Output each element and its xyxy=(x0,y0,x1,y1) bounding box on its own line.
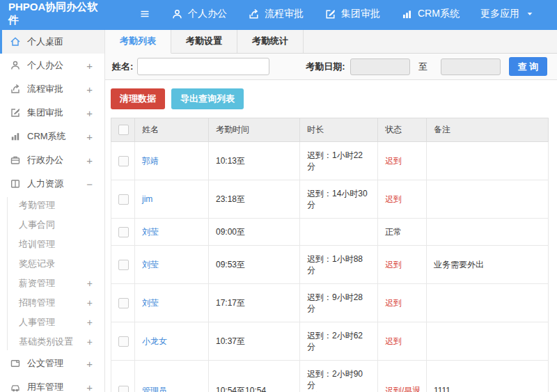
workflow-icon xyxy=(10,84,21,95)
expand-icon[interactable]: + xyxy=(86,155,93,166)
name-cell: 管理员 xyxy=(135,361,209,392)
sidebar-item-personal-desktop[interactable]: 个人桌面 xyxy=(0,30,104,54)
column-header: 姓名 xyxy=(135,118,209,142)
employee-name-link[interactable]: 小龙女 xyxy=(142,336,167,346)
sidebar-item-vehicle-management[interactable]: 用车管理+ xyxy=(0,375,104,392)
sidebar-subitem-salary-management[interactable]: 薪资管理+ xyxy=(0,274,104,293)
sidebar-subitem-training-management[interactable]: 培训管理 xyxy=(0,235,104,254)
expand-icon[interactable]: + xyxy=(87,313,93,332)
expand-icon[interactable]: + xyxy=(86,382,93,392)
expand-icon[interactable]: + xyxy=(86,358,93,370)
note-cell: 业务需要外出 xyxy=(427,246,549,284)
name-label: 姓名: xyxy=(112,61,133,73)
column-header: 考勤时间 xyxy=(209,118,300,142)
employee-name-link[interactable]: 郭靖 xyxy=(142,156,159,166)
sidebar-item-crm-system[interactable]: CRM系统+ xyxy=(0,125,104,148)
sidebar-item-group-approval[interactable]: 集团审批+ xyxy=(0,101,104,125)
row-checkbox[interactable] xyxy=(118,386,129,392)
sidebar-subitem-label: 人事管理 xyxy=(19,317,55,327)
row-select-cell xyxy=(111,284,135,322)
attendance-time-cell: 10:37至 xyxy=(209,322,300,361)
sidebar-subitem-personnel-management[interactable]: 人事管理+ xyxy=(0,313,104,332)
sidebar-item-personal-office[interactable]: 个人办公+ xyxy=(0,54,104,77)
expand-icon[interactable]: + xyxy=(86,60,93,72)
topnav-personal-office[interactable]: 个人办公 xyxy=(171,8,227,20)
tab-attendance-statistics[interactable]: 考勤统计 xyxy=(237,30,304,53)
sidebar: 个人桌面个人办公+流程审批+集团审批+CRM系统+行政办公+人力资源−考勤管理人… xyxy=(0,30,105,392)
row-checkbox[interactable] xyxy=(118,336,129,347)
status-cell: 正常 xyxy=(378,219,427,246)
duration-cell: 迟到：2小时90分 早退：7小时10分 xyxy=(300,361,378,392)
book-icon xyxy=(10,178,21,189)
tab-attendance-settings[interactable]: 考勤设置 xyxy=(171,30,237,53)
name-cell: 刘莹 xyxy=(135,246,209,284)
employee-name-link[interactable]: jim xyxy=(142,194,152,204)
tab-attendance-list[interactable]: 考勤列表 xyxy=(105,30,171,54)
sidebar-item-human-resources[interactable]: 人力资源− xyxy=(0,172,104,196)
briefcase-icon xyxy=(10,155,21,166)
topnav-group-approval[interactable]: 集团审批 xyxy=(324,8,380,20)
expand-icon[interactable]: + xyxy=(87,274,93,293)
sidebar-item-label: 用车管理 xyxy=(27,381,63,392)
sidebar-subitem-hr-contract[interactable]: 人事合同 xyxy=(0,215,104,235)
attendance-time-cell: 10:54至10:54 xyxy=(209,361,300,392)
employee-name-link[interactable]: 管理员 xyxy=(142,386,167,392)
clean-data-button[interactable]: 清理数据 xyxy=(111,88,165,109)
action-bar: 清理数据 导出查询列表 xyxy=(105,80,557,118)
sidebar-subitem-reward-punishment-records[interactable]: 奖惩记录 xyxy=(0,254,104,274)
duration-cell: 迟到：1小时88分 xyxy=(300,246,378,284)
collapse-icon[interactable]: − xyxy=(86,178,93,190)
sidebar-subitem-attendance-management[interactable]: 考勤管理 xyxy=(0,196,104,215)
row-checkbox[interactable] xyxy=(118,298,129,308)
expand-icon[interactable]: + xyxy=(86,107,93,119)
top-nav-menu: 个人办公流程审批集团审批CRM系统更多应用 xyxy=(171,8,555,20)
note-cell xyxy=(427,142,549,180)
expand-icon[interactable]: + xyxy=(86,84,93,95)
row-checkbox[interactable] xyxy=(118,156,129,166)
row-select-cell xyxy=(111,180,135,219)
topnav-crm-system[interactable]: CRM系统 xyxy=(401,8,460,20)
search-button[interactable]: 查 询 xyxy=(509,57,548,76)
sidebar-subitem-recruitment-management[interactable]: 招聘管理+ xyxy=(0,293,104,313)
status-cell: 迟到/早退 xyxy=(378,361,427,392)
filter-bar: 姓名: 考勤日期: 至 查 询 xyxy=(105,54,557,80)
expand-icon[interactable]: + xyxy=(86,131,93,143)
sidebar-item-workflow-approval[interactable]: 流程审批+ xyxy=(0,77,104,101)
topnav-more-apps[interactable]: 更多应用 xyxy=(480,8,534,20)
name-cell: 小龙女 xyxy=(135,322,209,361)
hamburger-menu-icon[interactable] xyxy=(138,8,152,19)
name-cell: 刘莹 xyxy=(135,219,209,246)
sidebar-item-admin-office[interactable]: 行政办公+ xyxy=(0,148,104,172)
duration-cell: 迟到：1小时22分 xyxy=(300,142,378,180)
expand-icon[interactable]: + xyxy=(87,293,93,313)
edit-icon xyxy=(10,107,21,118)
select-all-checkbox[interactable] xyxy=(118,125,129,135)
row-checkbox[interactable] xyxy=(118,194,129,205)
employee-name-link[interactable]: 刘莹 xyxy=(142,260,159,269)
sidebar-subitem-label: 考勤管理 xyxy=(19,200,55,210)
row-checkbox[interactable] xyxy=(118,227,129,237)
sidebar-subitem-base-category-settings[interactable]: 基础类别设置+ xyxy=(0,332,104,352)
attendance-time-cell: 23:18至 xyxy=(209,180,300,219)
employee-name-link[interactable]: 刘莹 xyxy=(142,227,159,237)
date-to-input[interactable] xyxy=(441,58,501,75)
tab-bar: 考勤列表考勤设置考勤统计 xyxy=(105,30,557,54)
export-list-button[interactable]: 导出查询列表 xyxy=(171,88,244,109)
chart-icon xyxy=(401,8,413,20)
date-from-input[interactable] xyxy=(350,58,410,75)
car-icon xyxy=(10,382,21,392)
expand-icon[interactable]: + xyxy=(87,332,93,352)
name-input[interactable] xyxy=(137,58,269,75)
note-cell xyxy=(427,219,549,246)
status-cell: 迟到 xyxy=(378,180,427,219)
sidebar-item-label: 个人办公 xyxy=(27,59,63,72)
sidebar-subitem-label: 奖惩记录 xyxy=(19,258,55,269)
table-row: 小龙女10:37至迟到：2小时62分迟到 xyxy=(111,322,549,361)
row-checkbox[interactable] xyxy=(118,260,129,270)
topnav-workflow-approval[interactable]: 流程审批 xyxy=(248,8,304,20)
employee-name-link[interactable]: 刘莹 xyxy=(142,298,159,308)
attendance-date-label: 考勤日期: xyxy=(306,61,345,73)
table-body: 郭靖10:13至迟到：1小时22分迟到jim23:18至迟到：14小时30分迟到… xyxy=(111,142,549,392)
sidebar-item-label: CRM系统 xyxy=(27,130,66,143)
sidebar-item-document-management[interactable]: 公文管理+ xyxy=(0,352,104,375)
